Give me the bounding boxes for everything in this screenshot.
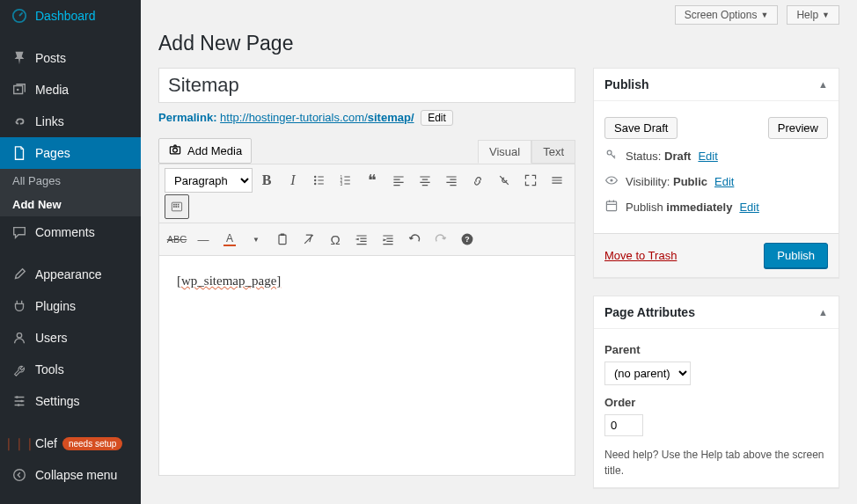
sidebar-submenu: All Pages Add New: [0, 169, 141, 216]
toggle-publish-icon[interactable]: ▲: [818, 79, 828, 90]
page-heading: Add New Page: [158, 32, 839, 55]
permalink-row: Permalink: http://hostinger-tutorials.co…: [158, 110, 575, 126]
numbered-list-button[interactable]: 123: [333, 168, 358, 193]
edit-slug-button[interactable]: Edit: [421, 110, 453, 126]
save-draft-button[interactable]: Save Draft: [604, 117, 678, 139]
unlink-button[interactable]: [492, 168, 516, 193]
sidebar-item-pages[interactable]: Pages: [0, 137, 141, 169]
svg-point-5: [18, 404, 20, 406]
order-input[interactable]: [604, 414, 643, 436]
sidebar-label: Tools: [35, 362, 64, 376]
status-row: Status: Draft Edit: [604, 148, 828, 164]
bullet-list-button[interactable]: [307, 168, 332, 193]
sidebar-item-comments[interactable]: Comments: [0, 216, 141, 248]
indent-button[interactable]: [376, 227, 400, 252]
svg-rect-16: [173, 204, 175, 206]
text-color-button[interactable]: A: [217, 227, 242, 252]
svg-rect-21: [178, 206, 179, 208]
svg-point-6: [14, 470, 26, 481]
preview-button[interactable]: Preview: [768, 117, 828, 139]
order-label: Order: [604, 396, 828, 409]
sidebar-label: Dashboard: [35, 9, 96, 23]
sidebar-label: Collapse menu: [35, 468, 117, 482]
permalink-link[interactable]: http://hostinger-tutorials.com/sitemap/: [220, 111, 414, 124]
sidebar-item-dashboard[interactable]: Dashboard: [0, 0, 141, 32]
undo-button[interactable]: [402, 227, 427, 252]
tab-text[interactable]: Text: [531, 140, 575, 164]
format-select[interactable]: Paragraph: [165, 168, 253, 193]
publish-button[interactable]: Publish: [764, 243, 828, 268]
sidebar-item-appearance[interactable]: Appearance: [0, 259, 141, 290]
editor-tabs: Visual Text: [478, 140, 575, 164]
fullscreen-button[interactable]: [518, 168, 543, 193]
permalink-label: Permalink:: [158, 111, 216, 124]
sidebar-item-collapse[interactable]: Collapse menu: [0, 459, 141, 491]
svg-point-8: [173, 148, 178, 152]
admin-sidebar: Dashboard Posts Media Links Pages All Pa…: [0, 0, 141, 504]
sidebar-item-plugins[interactable]: Plugins: [0, 290, 141, 322]
sidebar-item-media[interactable]: Media: [0, 74, 141, 106]
content-editor[interactable]: [wp_sitemap_page]: [158, 256, 575, 476]
sidebar-item-clef[interactable]: ❘❘❘ Clef needs setup: [0, 427, 141, 459]
svg-point-27: [610, 179, 612, 181]
tab-visual[interactable]: Visual: [478, 140, 531, 164]
plug-icon: [11, 297, 28, 315]
move-to-trash-link[interactable]: Move to Trash: [604, 249, 677, 262]
sidebar-item-links[interactable]: Links: [0, 106, 141, 137]
svg-point-3: [16, 396, 18, 398]
clef-icon: ❘❘❘: [11, 435, 28, 452]
attributes-title: Page Attributes: [604, 305, 695, 319]
blockquote-button[interactable]: ❝: [360, 168, 385, 193]
align-left-button[interactable]: [386, 168, 411, 193]
help-button[interactable]: Help▼: [787, 5, 839, 25]
more-button[interactable]: [545, 168, 569, 193]
italic-button[interactable]: I: [281, 168, 305, 193]
clear-formatting-button[interactable]: [297, 227, 321, 252]
editor-toolbar-1: Paragraph B I 123 ❝: [158, 164, 575, 223]
outdent-button[interactable]: [349, 227, 374, 252]
toggle-attributes-icon[interactable]: ▲: [818, 307, 828, 318]
screen-options-button[interactable]: Screen Options▼: [675, 5, 779, 25]
attributes-help-text: Need help? Use the Help tab above the sc…: [604, 447, 828, 478]
title-input[interactable]: [158, 68, 575, 103]
toolbar-toggle-button[interactable]: [165, 194, 189, 219]
special-char-button[interactable]: Ω: [323, 227, 348, 252]
align-right-button[interactable]: [439, 168, 464, 193]
page-icon: [11, 144, 28, 162]
color-dropdown-button[interactable]: ▼: [244, 227, 268, 252]
parent-select[interactable]: (no parent): [604, 362, 691, 385]
sidebar-item-tools[interactable]: Tools: [0, 354, 141, 385]
strikethrough-button[interactable]: ABC: [165, 227, 189, 252]
eye-icon: [604, 173, 619, 190]
align-center-button[interactable]: [413, 168, 437, 193]
add-media-button[interactable]: Add Media: [158, 138, 252, 164]
sidebar-item-posts[interactable]: Posts: [0, 42, 141, 74]
hr-button[interactable]: —: [191, 227, 216, 252]
edit-schedule-link[interactable]: Edit: [739, 201, 758, 214]
sidebar-sub-add-new[interactable]: Add New: [0, 193, 141, 216]
collapse-icon: [11, 466, 28, 484]
sidebar-item-settings[interactable]: Settings: [0, 385, 141, 417]
page-attributes-box: Page Attributes ▲ Parent (no parent) Ord…: [593, 296, 839, 488]
main-content: Screen Options▼ Help▼ Add New Page Perma…: [141, 0, 857, 504]
help-icon-button[interactable]: ?: [455, 227, 480, 252]
svg-rect-17: [175, 204, 177, 206]
sliders-icon: [11, 392, 28, 410]
edit-visibility-link[interactable]: Edit: [714, 175, 734, 188]
svg-text:3: 3: [341, 182, 343, 186]
svg-point-4: [20, 400, 23, 403]
comment-icon: [11, 223, 28, 241]
svg-point-10: [314, 179, 316, 181]
sidebar-label: Media: [35, 83, 69, 97]
link-button[interactable]: [465, 168, 490, 193]
pin-icon: [11, 49, 28, 67]
svg-point-2: [17, 333, 21, 338]
edit-status-link[interactable]: Edit: [698, 150, 717, 163]
bold-button[interactable]: B: [254, 168, 279, 193]
editor-content-text: [wp_sitemap_page]: [177, 274, 281, 288]
editor-toolbar-2: ABC — A ▼ Ω ?: [158, 223, 575, 256]
redo-button[interactable]: [428, 227, 453, 252]
sidebar-sub-all-pages[interactable]: All Pages: [0, 169, 141, 193]
sidebar-item-users[interactable]: Users: [0, 322, 141, 354]
paste-text-button[interactable]: [270, 227, 295, 252]
